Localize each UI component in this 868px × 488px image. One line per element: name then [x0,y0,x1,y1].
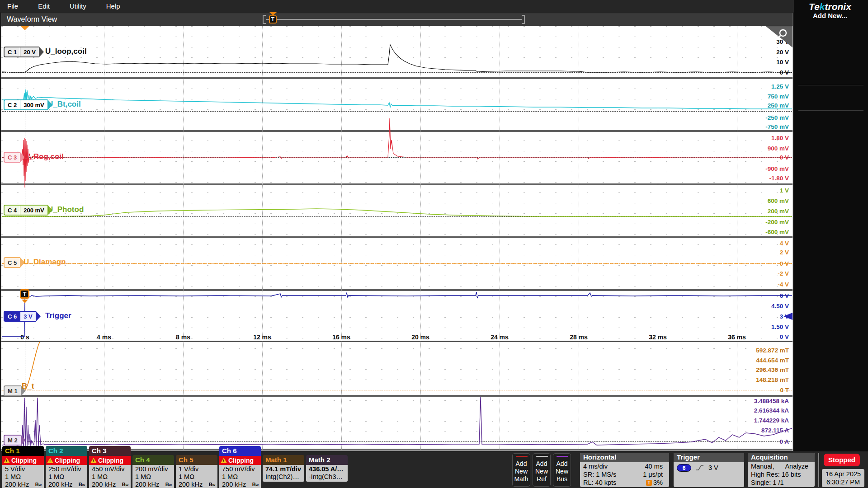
time-axis-label: 12 ms [253,333,271,341]
axis-tick-label: 148.218 mT [756,376,789,383]
acquisition-bracket-right [522,15,525,24]
badge-tab: Ch 5 [176,455,217,465]
axis-tick-label: 2.616344 kA [754,407,789,414]
bottom-badge-ch4[interactable]: Ch 4200 mV/div1 MΩ200 kHzBw [132,455,174,488]
channel-baseline-c3 [2,157,792,158]
channel-label-c5: U_Diamagn [24,258,66,267]
trigger-position-triangle-icon [269,12,277,15]
datetime-display: 16 Apr 2025 6:30:27 PM [822,469,864,487]
badge-body: 200 mV/div1 MΩ200 kHzBw [132,465,174,488]
menu-item-edit[interactable]: Edit [38,2,50,10]
clipping-text: Clipping [55,457,80,464]
badge-row: 1 MΩ [179,473,217,481]
run-stop-status-button[interactable]: Stopped [824,454,860,466]
badge-body: 436.05 A/…-Intg(Ch3… [306,465,348,482]
badge-cell: C 6 [4,311,20,322]
badge-cell: 300 mV [20,99,47,110]
waveform-view-titlebar[interactable]: Waveform View T [1,13,793,26]
acquisition-position-track[interactable] [266,19,522,20]
side-panel: Tektronix Add New... CursorsCalloutMeasu… [794,0,868,452]
trigger-position-flag-icon[interactable]: T [269,15,277,23]
axis-tick-label: 20 V [776,49,789,56]
acquisition-mode: Manual, [751,463,774,470]
bottom-badge-ch3[interactable]: Ch 3Clipping450 mV/div1 MΩ200 kHzBw [89,446,131,488]
axis-tick-label: 200 mV [768,208,789,215]
channel-badge-c4[interactable]: C 4200 mV [4,205,52,216]
channel-label-c3: U_Rog,coil [24,152,64,161]
badge-cell: 3 V [20,311,36,322]
badge-tab: Ch 1 [2,446,44,456]
add-new-math-button[interactable]: AddNewMath [512,453,530,487]
acquisition-panel[interactable]: AcquisitionManual,AnalyzeHigh Res: 16 bi… [748,453,815,487]
axis-tick-label: 1.80 V [771,135,789,141]
badge-tip [39,47,44,57]
time-axis-label: 20 ms [411,333,429,341]
add-new-ref-button[interactable]: AddNewRef [533,453,551,487]
trigger-time-marker-icon[interactable] [21,26,29,30]
channel-badge-c1[interactable]: C 120 V [4,47,44,57]
badge-tab: Math 2 [306,455,348,465]
badge-row: Intg(Ch2)… [265,473,304,481]
channel-badge-c6[interactable]: C 63 V [4,311,41,322]
clipping-text: Clipping [11,457,37,464]
bandwidth-label: Bw [79,481,87,488]
bottom-badge-math2[interactable]: Math 2436.05 A/…-Intg(Ch3… [306,455,348,482]
bottom-badge-ch2[interactable]: Ch 2Clipping250 mV/div1 MΩ200 kHzBw [46,446,87,488]
bottom-badge-ch1[interactable]: Ch 1Clipping5 V/div1 MΩ200 kHzBw [2,446,44,488]
section-separator [1,183,793,185]
clipping-warning: Clipping [46,456,87,465]
channel-badge-c5[interactable]: C 5 [4,257,25,268]
badge-row: 1 MΩ [135,473,174,481]
menu-item-help[interactable]: Help [106,2,120,10]
horizontal-panel[interactable]: Horizontal4 ms/div40 msSR: 1 MS/s1 μs/pt… [580,453,669,487]
menu-item-file[interactable]: File [7,2,18,10]
axis-tick-label: 6 V [780,292,789,299]
trigger-source-marker-icon[interactable]: T [20,289,29,299]
time-axis-label: 8 ms [176,333,190,341]
date-text: 16 Apr 2025 [822,470,864,478]
badge-row: 200 kHzBw [222,481,261,488]
channel-badge-m2[interactable]: M 2 [4,435,26,446]
badge-tip [21,435,26,446]
horizontal-row: 4 ms/div40 ms [580,462,669,470]
axis-tick-label: 592.872 mT [756,347,789,354]
waveform-plot-area[interactable] [1,26,793,451]
panel-divider [798,85,863,85]
badge-body: 74.1 mT/divIntg(Ch2)… [263,465,304,482]
badge-row: 5 V/div [5,465,44,473]
badge-tab: Ch 4 [132,455,174,465]
bottom-badge-ch6[interactable]: Ch 6Clipping750 mV/div1 MΩ200 kHzBw [219,446,261,488]
badge-cell: M 2 [4,435,21,446]
menu-item-utility[interactable]: Utility [70,2,86,10]
bottom-badge-math1[interactable]: Math 174.1 mT/divIntg(Ch2)… [263,455,304,482]
badge-body: 1 V/div1 MΩ200 kHzBw [176,465,217,488]
channel-baseline-m2 [2,441,792,442]
channel-label-c1: U_loop,coil [45,47,87,56]
clipping-warning: Clipping [2,456,44,465]
vertical-gridline [658,26,658,450]
channel-baseline-c1 [2,72,792,73]
badge-row-text: 200 kHz [48,481,72,488]
badge-row-text: 200 kHz [135,481,159,488]
axis-tick-label: 4 V [780,240,789,247]
axis-tick-label: 0 V [780,333,789,340]
trigger-level-arrow-icon[interactable] [783,313,793,320]
settings-bar-divider [818,453,819,487]
acquisition-row: Single: 1 /1 [748,479,815,487]
badge-row-text: 750 mV/div [222,465,255,473]
axis-tick-label: 750 mV [768,93,789,100]
vertical-gridline [500,26,500,450]
badge-row-text: 1 MΩ [5,473,21,481]
time-axis-line [1,341,793,342]
bottom-badge-ch5[interactable]: Ch 51 V/div1 MΩ200 kHzBw [176,455,217,488]
trigger-panel[interactable]: Trigger63 V [674,453,744,487]
channel-badge-c2[interactable]: C 2300 mV [4,99,52,110]
horizontal-cell-value: 3% [653,479,663,486]
channel-badge-c3[interactable]: C 3 [4,152,25,163]
add-new-bus-button[interactable]: AddNewBus [553,453,571,487]
bandwidth-label: Bw [209,481,217,488]
axis-tick-label: 1.25 V [771,83,789,90]
horizontal-cell: SR: 1 MS/s [583,471,616,478]
add-new-heading: Add New... [794,12,866,19]
screen: FileEditUtilityHelp Waveform View T 30 V… [0,0,868,488]
